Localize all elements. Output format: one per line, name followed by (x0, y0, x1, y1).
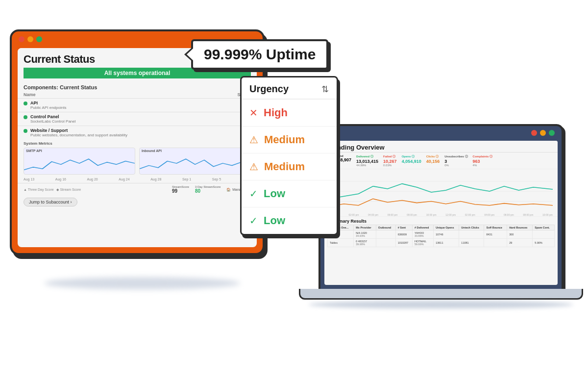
system-metrics-label: System Metrics (18, 139, 257, 146)
monitor-window-controls (19, 36, 42, 42)
laptop-window-controls (531, 130, 555, 136)
laptop-dot-maximize (549, 130, 555, 136)
urgency-icon-low-1: ✓ (249, 188, 258, 200)
stat-opens: Opens ⓘ 4,054,910 (402, 154, 421, 167)
urgency-title: Urgency (249, 83, 289, 95)
row-cp-sub: SocketLabs Control Panel (30, 119, 76, 124)
stat-clicks: Clicks ⓘ 40,156 (426, 154, 440, 167)
status-indicator (24, 115, 27, 119)
laptop-header: Sending Overview (324, 141, 558, 153)
urgency-icon-high: ✕ (249, 107, 258, 119)
urgency-label-low-2: Low (264, 214, 285, 227)
urgency-label-high: High (264, 106, 288, 119)
urgency-icon-low-2: ✓ (249, 215, 258, 227)
col-soft: Soff Bounce (484, 225, 507, 230)
row-cp-name: Control Panel (30, 114, 76, 119)
urgency-item-low-1[interactable]: ✓ Low (242, 180, 337, 207)
table-row: API Public API endpoints ✓ (18, 98, 257, 112)
laptop-screen: Sending Overview Outbound 33,028,907 Del… (324, 141, 558, 285)
dot-maximize (36, 36, 42, 42)
uptime-badge: 99.999% Uptime (191, 39, 328, 70)
row-ws-sub: Public websites, documentation, and supp… (30, 133, 127, 137)
table-row: Single N/A 102034.93% 636009 YAHOO33.88%… (328, 230, 555, 239)
col-hard: Hard Bounces (507, 225, 533, 230)
urgency-icon-medium-1: ⚠ (249, 134, 258, 146)
urgency-label-medium-1: Medium (264, 133, 305, 146)
urgency-item-high[interactable]: ✕ High (242, 100, 337, 127)
summary-title: Summary Results (324, 216, 558, 225)
inbound-chart-title: Inbound API (140, 148, 250, 154)
stat-delivered: Delivered ⓘ 13,013,415 44.99% (356, 154, 378, 167)
col-delivered: # Delivered (412, 225, 433, 230)
uptime-notch-inner (187, 48, 194, 61)
laptop-dot-minimize (540, 130, 546, 136)
table-row: Tables 0 48315739.98% 1010287 HOTMAIL59.… (328, 239, 555, 247)
laptop-dot-close (531, 130, 537, 136)
laptop-stats: Outbound 33,028,907 Delivered ⓘ 13,013,4… (324, 153, 558, 169)
smtp-chart-title: SMTP API (24, 148, 135, 154)
stream-score-values: StreamScore 99 3 Day StreamScore 80 🏠 Ma… (172, 185, 251, 194)
monitor-screen: Current Status All systems operational C… (18, 48, 257, 247)
row-api-name: API (30, 101, 66, 105)
stream-score-bar: ▲ Three Day Score ◆ Stream Score StreamS… (18, 183, 257, 196)
metrics-area: SMTP API Inbound API (18, 146, 257, 177)
dot-close (19, 36, 24, 42)
laptop-base (299, 289, 583, 300)
urgency-item-medium-2[interactable]: ⚠ Medium (242, 154, 337, 180)
row-ws-name: Website / Support (30, 128, 127, 133)
urgency-item-medium-1[interactable]: ⚠ Medium (242, 127, 337, 154)
urgency-label-medium-2: Medium (264, 160, 305, 173)
col-provider: Mx Provider (354, 225, 376, 230)
col-sent: # Sent (395, 225, 412, 230)
laptop-screen-frame: Sending Overview Outbound 33,028,907 Del… (318, 124, 564, 291)
date-axis: Aug 13 Aug 16 Aug 20 Aug 24 Aug 28 Sep 1… (18, 177, 257, 182)
urgency-icon-medium-2: ⚠ (249, 161, 258, 173)
smtp-api-chart: SMTP API (24, 148, 135, 175)
dot-minimize (27, 36, 33, 42)
stat-failed: Failed ⓘ 10,267 0.03% (383, 154, 397, 167)
col-spam: Spam Cont. (533, 225, 555, 230)
laptop-shadow (309, 301, 573, 308)
col-outbound: Outbound (376, 225, 395, 230)
col-name: Name (24, 92, 36, 97)
jump-to-subaccount-button[interactable]: Jump to Subaccount › (24, 198, 77, 206)
urgency-header: Urgency ⇅ (242, 77, 337, 100)
laptop-title: Sending Overview (329, 144, 553, 151)
urgency-label-low-1: Low (264, 187, 285, 200)
uptime-text: 99.999% Uptime (204, 46, 316, 62)
stat-complaints: Complaints ⓘ 963 4% (473, 154, 492, 167)
stream-score-value: 99 (172, 188, 189, 194)
col-unique: Unique Opens (434, 225, 459, 230)
stat-unsub: Unsubscribes ⓘ 3 0% (444, 154, 467, 167)
summary-table-wrapper: Sending Ove... Mx Provider Outbound # Se… (324, 225, 558, 247)
summary-table: Sending Ove... Mx Provider Outbound # Se… (327, 225, 555, 247)
row-api-sub: Public API endpoints (30, 105, 66, 110)
table-row: Control Panel SocketLabs Control Panel ✓ (18, 112, 257, 126)
table-row: Website / Support Public websites, docum… (18, 126, 257, 139)
three-day-score-value: 80 (195, 188, 220, 194)
stream-score-labels: ▲ Three Day Score ◆ Stream Score (24, 188, 81, 192)
status-indicator (24, 129, 27, 133)
inbound-api-chart: Inbound API (139, 148, 251, 175)
status-indicator (24, 102, 27, 105)
urgency-item-low-2[interactable]: ✓ Low (242, 207, 337, 234)
monitor-shadow (44, 277, 240, 289)
urgency-panel: Urgency ⇅ ✕ High ⚠ Medium ⚠ Medium ✓ Low… (240, 76, 338, 235)
laptop-chart-area (324, 169, 558, 213)
col-clicks: Untech Clicks (459, 225, 484, 230)
components-section-title: Components: Current Status (18, 81, 257, 91)
sort-icon[interactable]: ⇅ (321, 84, 329, 95)
